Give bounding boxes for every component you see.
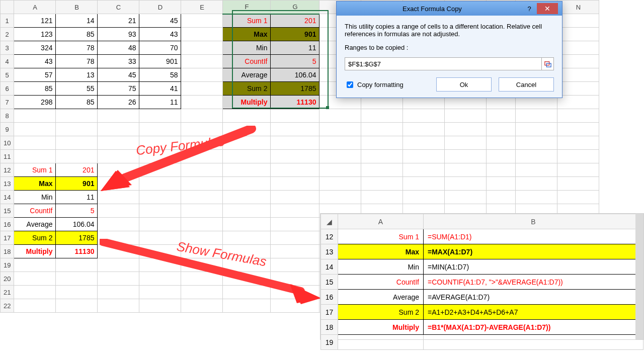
ok-button[interactable]: Ok	[436, 77, 492, 92]
cell-L14[interactable]	[487, 191, 516, 204]
cell-H12[interactable]	[319, 163, 361, 177]
row-header-11[interactable]: 11	[1, 150, 14, 163]
cell-D5[interactable]: 58	[139, 68, 181, 82]
cell-A16[interactable]: Average	[14, 218, 56, 231]
cell-F7[interactable]: Multiply	[223, 96, 271, 109]
cell-C8[interactable]	[98, 109, 139, 123]
cell-I9[interactable]	[361, 123, 403, 136]
row-header-22[interactable]: 22	[1, 299, 14, 313]
cell-G15[interactable]	[271, 204, 319, 218]
cell-B5[interactable]: 13	[56, 68, 98, 82]
cell-H11[interactable]	[319, 150, 361, 163]
cell-C19[interactable]	[98, 258, 139, 272]
panel-cell-B19[interactable]	[424, 335, 643, 350]
cell-M12[interactable]	[516, 163, 557, 177]
row-header-2[interactable]: 2	[1, 28, 14, 41]
cell-F18[interactable]	[223, 245, 271, 258]
panel-row-16[interactable]: 16	[321, 290, 338, 305]
cell-C12[interactable]	[98, 163, 139, 177]
cell-E21[interactable]	[181, 286, 223, 299]
cell-B7[interactable]: 85	[56, 96, 98, 109]
cell-C16[interactable]	[98, 218, 139, 231]
cell-D19[interactable]	[139, 258, 181, 272]
cell-N5[interactable]	[557, 68, 599, 82]
cell-B12[interactable]: 201	[56, 163, 98, 177]
cell-K13[interactable]	[445, 177, 487, 191]
cell-A19[interactable]	[14, 258, 56, 272]
cell-C11[interactable]	[98, 150, 139, 163]
cell-F10[interactable]	[223, 136, 271, 150]
cell-C13[interactable]	[98, 177, 139, 191]
cell-B20[interactable]	[56, 272, 98, 286]
cell-D21[interactable]	[139, 286, 181, 299]
cell-A9[interactable]	[14, 123, 56, 136]
cell-J14[interactable]	[403, 191, 445, 204]
cell-E13[interactable]	[181, 177, 223, 191]
cell-G1[interactable]: 201	[271, 14, 319, 28]
cell-E9[interactable]	[181, 123, 223, 136]
cell-L12[interactable]	[487, 163, 516, 177]
row-header-6[interactable]: 6	[1, 82, 14, 96]
panel-cell-B14[interactable]: =MIN(A1:D7)	[424, 259, 643, 275]
cell-B3[interactable]: 78	[56, 41, 98, 55]
cell-E8[interactable]	[181, 109, 223, 123]
row-header-17[interactable]: 17	[1, 231, 14, 245]
panel-row-13[interactable]: 13	[321, 244, 338, 259]
cell-D4[interactable]: 901	[139, 55, 181, 68]
cell-F5[interactable]: Average	[223, 68, 271, 82]
row-header-7[interactable]: 7	[1, 96, 14, 109]
cell-C21[interactable]	[98, 286, 139, 299]
cell-E16[interactable]	[181, 218, 223, 231]
panel-col-B[interactable]: B	[424, 214, 643, 229]
cell-C7[interactable]: 26	[98, 96, 139, 109]
cell-M13[interactable]	[516, 177, 557, 191]
cell-G8[interactable]	[271, 109, 319, 123]
cell-A4[interactable]: 43	[14, 55, 56, 68]
cell-N4[interactable]	[557, 55, 599, 68]
row-header-3[interactable]: 3	[1, 41, 14, 55]
cell-N8[interactable]	[557, 109, 599, 123]
cell-B10[interactable]	[56, 136, 98, 150]
cell-A11[interactable]	[14, 150, 56, 163]
copy-formatting-input[interactable]	[347, 81, 353, 88]
cell-E10[interactable]	[181, 136, 223, 150]
cell-N10[interactable]	[557, 136, 599, 150]
panel-cell-B12[interactable]: =SUM(A1:D1)	[424, 229, 643, 244]
cell-D9[interactable]	[139, 123, 181, 136]
col-header-D[interactable]: D	[139, 1, 181, 14]
cell-G2[interactable]: 901	[271, 28, 319, 41]
cell-G11[interactable]	[271, 150, 319, 163]
cell-F19[interactable]	[223, 258, 271, 272]
cell-D14[interactable]	[139, 191, 181, 204]
panel-cell-B15[interactable]: =COUNTIF(A1:D7, ">"&AVERAGE(A1:D7))	[424, 275, 643, 290]
cell-A3[interactable]: 324	[14, 41, 56, 55]
cell-A17[interactable]: Sum 2	[14, 231, 56, 245]
cell-F16[interactable]	[223, 218, 271, 231]
cell-N14[interactable]	[557, 191, 599, 204]
cell-A22[interactable]	[14, 299, 56, 313]
cell-F22[interactable]	[223, 299, 271, 313]
cell-E2[interactable]	[181, 28, 223, 41]
cell-E20[interactable]	[181, 272, 223, 286]
cell-G18[interactable]	[271, 245, 319, 258]
cell-C22[interactable]	[98, 299, 139, 313]
cell-N12[interactable]	[557, 163, 599, 177]
cell-C14[interactable]	[98, 191, 139, 204]
copy-formatting-checkbox[interactable]: Copy formatting	[345, 80, 429, 89]
cell-D17[interactable]	[139, 231, 181, 245]
cell-I10[interactable]	[361, 136, 403, 150]
panel-row-15[interactable]: 15	[321, 275, 338, 290]
dialog-titlebar[interactable]: Exact Formula Copy ? ✕	[337, 2, 562, 16]
panel-cell-A13[interactable]: Max	[338, 244, 424, 259]
cell-I12[interactable]	[361, 163, 403, 177]
cell-E14[interactable]	[181, 191, 223, 204]
cell-K8[interactable]	[445, 109, 487, 123]
cell-M9[interactable]	[516, 123, 557, 136]
cell-C2[interactable]: 93	[98, 28, 139, 41]
cell-N11[interactable]	[557, 150, 599, 163]
panel-row-18[interactable]: 18	[321, 320, 338, 335]
col-header-G[interactable]: G	[271, 1, 319, 14]
cell-H14[interactable]	[319, 191, 361, 204]
row-header-15[interactable]: 15	[1, 204, 14, 218]
cell-J10[interactable]	[403, 136, 445, 150]
